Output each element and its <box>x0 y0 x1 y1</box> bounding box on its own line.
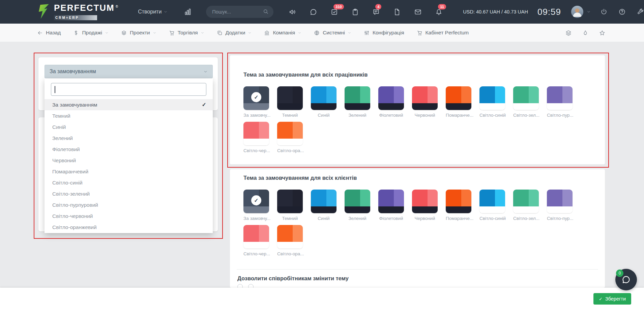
profile-chevron-icon[interactable] <box>587 10 591 14</box>
perfectum-logo-icon <box>38 4 51 20</box>
chat-badge: 0 <box>616 269 623 277</box>
settings-wrench-icon[interactable] <box>637 8 644 16</box>
selected-check-icon: ✓ <box>251 92 261 102</box>
theme-option[interactable]: Зелений <box>345 190 370 221</box>
nav-item-sales[interactable]: Продажі <box>73 30 109 36</box>
copy-icon <box>217 30 223 36</box>
nav-item-company[interactable]: Компанія <box>264 30 301 36</box>
notification-badge: 310 <box>333 4 344 9</box>
theme-option[interactable]: Фіолетовий <box>378 190 404 221</box>
dropdown-option[interactable]: Світло-синій <box>45 177 213 188</box>
dropdown-option[interactable]: Червоний <box>45 155 213 166</box>
dropdown-option[interactable]: Синій <box>45 121 213 133</box>
dropdown-option[interactable]: Темний <box>45 110 213 121</box>
theme-swatch <box>243 225 269 249</box>
app-logo[interactable]: PERFECTUM® CRM+ERP <box>38 3 118 20</box>
theme-select[interactable]: За замовчуванням <box>45 65 213 78</box>
clipboard-icon[interactable] <box>351 8 359 16</box>
theme-swatch <box>547 86 573 110</box>
help-icon[interactable] <box>618 8 626 16</box>
support-chat-button[interactable]: 0 <box>615 269 637 290</box>
dropdown-option-label: Світло-синій <box>52 180 83 186</box>
avatar[interactable] <box>571 6 583 18</box>
dropdown-option[interactable]: Світло-оранжевий <box>45 222 213 233</box>
file-icon[interactable] <box>393 8 401 16</box>
nav-item-label: Системні <box>323 30 345 36</box>
layers-icon[interactable] <box>565 30 572 36</box>
theme-option[interactable]: Світло-чер... <box>243 225 269 256</box>
theme-option-label: Зелений <box>345 113 370 118</box>
theme-option[interactable]: Зелений <box>345 86 370 118</box>
cart-icon <box>417 30 422 36</box>
theme-option[interactable]: Світло-пур... <box>547 190 573 221</box>
volume-icon[interactable] <box>289 8 296 16</box>
theme-option[interactable]: ✓За замовчу... <box>243 190 269 221</box>
nav-item-trade[interactable]: Торгівля <box>169 30 204 36</box>
allow-change-title: Дозволити співробітникам змінити тему <box>237 275 349 282</box>
dropdown-option[interactable]: Світло-пурпуровий <box>45 199 213 210</box>
save-button[interactable]: ✓ Зберегти <box>593 293 631 305</box>
tasks-icon[interactable]: 310 <box>330 8 338 16</box>
theme-swatch <box>412 86 438 110</box>
bell-icon[interactable]: 11 <box>435 8 443 16</box>
theme-option-label: Світло-чер... <box>243 148 269 153</box>
dropdown-option[interactable]: За замовчуванням✓ <box>45 99 213 110</box>
dropdown-option[interactable]: Світло-зелений <box>45 188 213 199</box>
nav-item-configuration[interactable]: Конфігурація <box>364 30 404 36</box>
nav-item-label: Кабінет Perfectum <box>426 30 469 36</box>
nav-item-system[interactable]: Системні <box>314 30 351 36</box>
theme-option[interactable]: Світло-ора... <box>277 122 303 153</box>
nav-item-projects[interactable]: Проекти <box>121 30 156 36</box>
star-icon[interactable] <box>599 30 606 36</box>
dropdown-option[interactable]: Світло-червоний <box>45 210 213 222</box>
dropdown-option[interactable]: Помаранчевий <box>45 166 213 177</box>
section-divider <box>237 269 598 269</box>
theme-option[interactable]: Червоний <box>412 190 438 221</box>
theme-option-label: Світло-ора... <box>277 148 303 153</box>
dropdown-option[interactable]: Зелений <box>45 133 213 144</box>
theme-option[interactable]: Світло-зел... <box>513 86 539 118</box>
dropdown-option[interactable]: Фіолетовий <box>45 144 213 155</box>
flame-icon[interactable] <box>582 30 589 36</box>
theme-option[interactable]: Світло-синій <box>479 190 505 221</box>
theme-option-label: За замовчу... <box>243 216 269 221</box>
theme-option[interactable]: Синій <box>311 190 336 221</box>
chat-icon[interactable] <box>310 8 317 16</box>
theme-option[interactable]: Темний <box>277 86 303 118</box>
theme-option[interactable]: Темний <box>277 190 303 221</box>
nav-item-apps[interactable]: Додатки <box>217 30 252 36</box>
theme-option[interactable]: Світло-пур... <box>547 86 573 118</box>
nav-item-back[interactable]: Назад <box>37 30 61 36</box>
search-input[interactable]: Пошук... <box>206 6 273 18</box>
nav-item-cabinet[interactable]: Кабінет Perfectum <box>417 30 469 36</box>
theme-option-label: Світло-ора... <box>277 251 303 256</box>
theme-option[interactable]: Фіолетовий <box>378 86 404 118</box>
theme-option[interactable]: ✓За замовчу... <box>243 86 269 118</box>
nav-item-label: Торгівля <box>178 30 198 36</box>
create-menu-button[interactable]: Створити <box>138 9 168 15</box>
theme-option[interactable]: Світло-зел... <box>513 190 539 221</box>
mail-icon[interactable] <box>414 8 422 16</box>
theme-swatch: ✓ <box>243 86 269 110</box>
dropdown-search-input[interactable] <box>51 83 206 96</box>
theme-option[interactable]: Синій <box>311 86 336 118</box>
notification-badge: 11 <box>438 4 446 9</box>
notification-badge: 4 <box>375 4 381 9</box>
sliders-icon <box>364 30 370 36</box>
chevron-down-icon <box>105 31 109 35</box>
chevron-down-icon <box>201 31 204 35</box>
theme-option[interactable]: Світло-синій <box>479 86 505 118</box>
theme-option-label: Синій <box>311 216 336 221</box>
dashboard-chart-icon[interactable] <box>184 8 192 16</box>
theme-option[interactable]: Помаранче... <box>446 190 471 221</box>
nav-item-label: Продажі <box>82 30 102 36</box>
currency-rate: USD: 40.67 UAH / 40.73 UAH <box>463 9 528 15</box>
theme-option[interactable]: Світло-чер... <box>243 122 269 153</box>
theme-option[interactable]: Помаранче... <box>446 86 471 118</box>
logout-power-icon[interactable] <box>600 8 608 16</box>
theme-option-label: Світло-зел... <box>513 216 539 221</box>
theme-option[interactable]: Світло-ора... <box>277 225 303 256</box>
nav-item-label: Конфігурація <box>373 30 404 36</box>
comments-icon[interactable]: 4 <box>372 8 380 16</box>
theme-option[interactable]: Червоний <box>412 86 438 118</box>
